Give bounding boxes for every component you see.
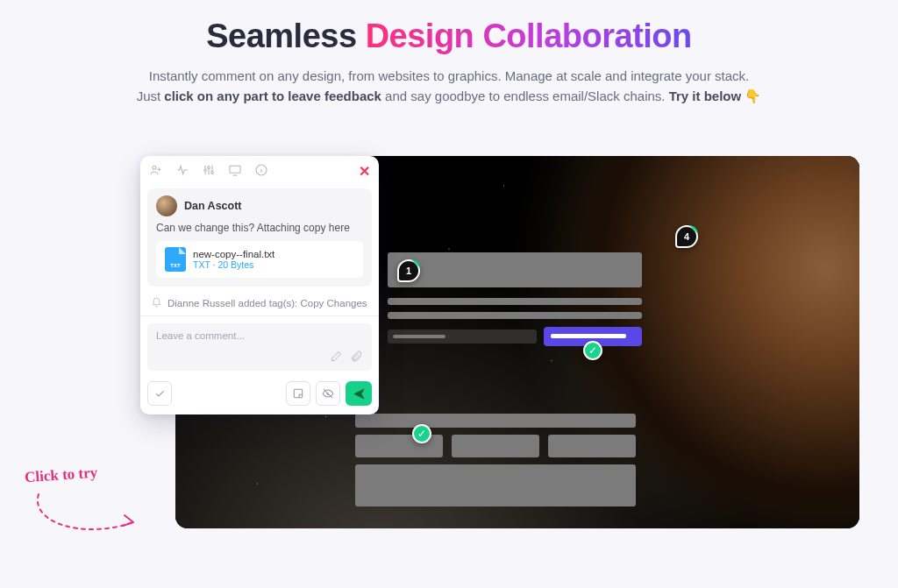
comment-thread: Dan Ascott Can we change this? Attaching…	[147, 188, 372, 287]
svg-rect-4	[230, 166, 240, 173]
wire-banner[interactable]	[355, 464, 636, 507]
hero-title-gradient: Design Collaboration	[366, 18, 692, 54]
note-icon[interactable]	[286, 381, 310, 406]
resolve-checkbox[interactable]	[147, 381, 172, 406]
wire-text-line[interactable]	[388, 298, 642, 305]
point-down-icon: 👇	[745, 86, 761, 106]
attachment-chip[interactable]: new-copy--final.txt TXT · 20 Bytes	[156, 241, 363, 278]
attachment-name: new-copy--final.txt	[193, 249, 274, 259]
wire-secondary-button[interactable]	[388, 329, 537, 344]
comment-text: Can we change this? Attaching copy here	[156, 222, 363, 234]
hero-title: Seamless Design Collaboration	[0, 18, 898, 55]
assignee-icon[interactable]	[149, 163, 163, 180]
svg-point-0	[153, 166, 156, 169]
info-icon[interactable]	[254, 163, 268, 180]
avatar	[156, 195, 177, 216]
resolved-check-icon[interactable]: ✓	[583, 341, 602, 360]
panel-toolbar: ✕	[140, 156, 379, 185]
wire-card[interactable]	[548, 435, 636, 457]
close-icon[interactable]: ✕	[359, 165, 370, 179]
screen-icon[interactable]	[228, 163, 242, 180]
comment-author: Dan Ascott	[184, 200, 242, 212]
activity-icon[interactable]	[175, 163, 189, 180]
svg-point-2	[208, 166, 210, 169]
subtitle-line1: Instantly comment on any design, from we…	[149, 68, 750, 83]
svg-rect-6	[294, 389, 302, 397]
comment-panel: ✕ Dan Ascott Can we change this? Attachi…	[140, 156, 379, 414]
hero-title-dark: Seamless	[206, 18, 365, 54]
wire-strip[interactable]	[355, 414, 636, 428]
wire-text-line[interactable]	[388, 312, 642, 319]
comment-pin-1[interactable]: 1	[397, 259, 420, 282]
settings-sliders-icon[interactable]	[202, 163, 216, 180]
hero-subtitle: Instantly comment on any design, from we…	[0, 66, 898, 107]
panel-footer	[140, 376, 379, 414]
comment-pin-4[interactable]: 4	[675, 225, 698, 248]
svg-point-1	[204, 169, 207, 172]
subtitle-bold1: click on any part to leave feedback	[164, 89, 381, 103]
comment-placeholder: Leave a comment...	[156, 330, 363, 341]
visibility-off-icon[interactable]	[316, 381, 340, 406]
attach-icon[interactable]	[350, 350, 363, 365]
attachment-meta: TXT · 20 Bytes	[193, 259, 274, 270]
resolved-check-icon[interactable]: ✓	[412, 424, 431, 443]
wire-header-block[interactable]	[388, 252, 642, 287]
activity-log-row: Dianne Russell added tag(s): Copy Change…	[140, 294, 379, 316]
arrow-icon	[30, 487, 144, 540]
svg-point-3	[211, 171, 214, 174]
file-txt-icon	[165, 247, 186, 272]
send-button[interactable]	[346, 381, 372, 406]
subtitle-bold2: Try it below	[669, 89, 742, 103]
activity-text: Dianne Russell added tag(s): Copy Change…	[167, 298, 367, 308]
wire-card[interactable]	[452, 435, 539, 457]
subtitle-prefix: Just	[137, 89, 165, 103]
click-to-try-label: Click to try	[24, 460, 156, 486]
subtitle-mid: and say goodbye to endless email/Slack c…	[381, 89, 669, 103]
click-to-try-callout: Click to try	[25, 464, 156, 543]
bell-icon	[151, 297, 162, 308]
edit-icon[interactable]	[330, 350, 343, 365]
comment-input[interactable]: Leave a comment...	[147, 323, 372, 371]
